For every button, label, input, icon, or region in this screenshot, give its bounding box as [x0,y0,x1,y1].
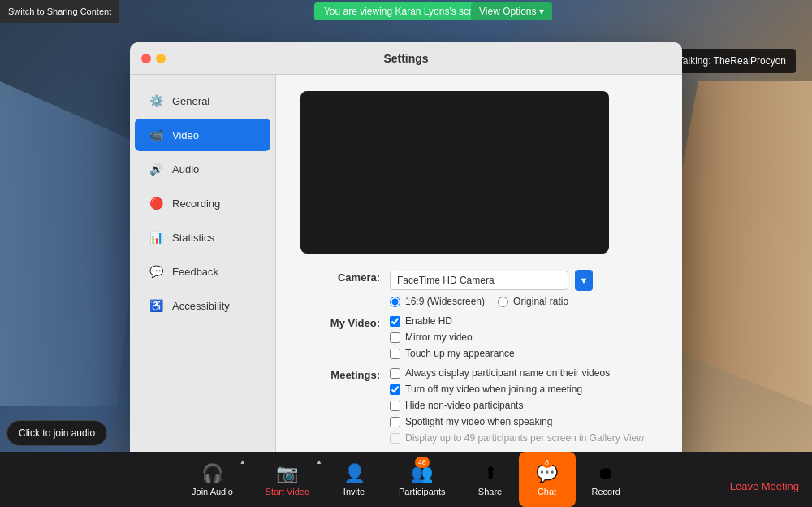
mirror-label: Mirror my video [405,332,473,343]
touch-up-row: Touch up my appearance [390,348,658,359]
start-video-icon: 📷 [276,462,299,485]
join-audio-caret: ▲ [240,458,246,466]
hide-non-video-row: Hide non-video participants [390,400,658,411]
video-preview [300,91,609,254]
start-video-wrapper[interactable]: ▲ 📷 Start Video [249,452,326,507]
participants-wrapper[interactable]: 46 👥 Participants [382,452,461,507]
toolbar: ▲ 🎧 Join Audio ▲ 📷 Start Video 👤 Invite … [0,452,812,507]
chat-wrapper[interactable]: 8 💬 Chat [519,452,576,507]
camera-controls: FaceTime HD Camera ▼ 16:9 (Widescreen) O… [390,270,658,307]
start-video-label: Start Video [266,487,309,496]
settings-sidebar: ⚙️ General 📹 Video 🔊 Audio 🔴 Recording 📊 [130,75,276,465]
gallery-view-checkbox [390,433,400,444]
my-video-controls: Enable HD Mirror my video Touch up my ap… [390,315,658,359]
display-name-label: Always display participant name on their… [405,367,610,379]
meetings-controls: Always display participant name on their… [390,367,658,444]
enable-hd-row: Enable HD [390,315,658,327]
touch-up-checkbox[interactable] [390,349,400,359]
meetings-label: Meetings: [300,367,390,381]
sidebar-item-video[interactable]: 📹 Video [135,119,270,151]
join-audio-icon: 🎧 [201,462,223,485]
modal-overlay: Settings ⚙️ General 📹 Video 🔊 Audio 🔴 [0,0,812,507]
chat-label: Chat [538,487,556,496]
share-wrapper[interactable]: ⬆ Share [462,452,519,507]
my-video-row: My Video: Enable HD Mirror my video T [300,315,658,359]
sidebar-item-statistics[interactable]: 📊 Statistics [135,221,270,254]
sidebar-item-feedback[interactable]: 💬 Feedback [135,255,270,288]
display-name-row: Always display participant name on their… [390,367,658,379]
accessibility-icon: ♿ [148,297,164,314]
hide-non-video-label: Hide non-video participants [405,400,523,411]
video-icon: 📹 [148,127,164,143]
start-video-caret: ▲ [316,458,322,466]
content-area: Camera: FaceTime HD Camera ▼ 16:9 (Wides… [276,75,682,465]
settings-modal: Settings ⚙️ General 📹 Video 🔊 Audio 🔴 [130,42,682,465]
sidebar-label-statistics: Statistics [172,232,214,244]
chat-badge: 8 [542,457,553,468]
sidebar-label-feedback: Feedback [172,266,218,278]
feedback-icon: 💬 [148,263,164,280]
enable-hd-checkbox[interactable] [390,316,400,327]
camera-select-arrow[interactable]: ▼ [575,270,593,291]
camera-select-row: FaceTime HD Camera ▼ [390,270,658,291]
ratio-widescreen-row: 16:9 (Widescreen) Original ratio [390,296,658,307]
join-audio-bubble[interactable]: Click to join audio [6,420,107,446]
sidebar-item-audio[interactable]: 🔊 Audio [135,153,270,185]
audio-icon: 🔊 [148,161,164,177]
modal-title: Settings [383,52,428,65]
statistics-icon: 📊 [148,229,164,245]
sidebar-label-accessibility: Accessibility [172,300,230,312]
sidebar-label-audio: Audio [172,163,199,176]
invite-icon: 👤 [343,462,365,485]
enable-hd-label: Enable HD [405,315,452,327]
close-button[interactable] [141,54,151,63]
participants-badge: 46 [415,457,430,468]
touch-up-label: Touch up my appearance [405,348,515,359]
sidebar-item-general[interactable]: ⚙️ General [135,84,270,117]
spotlight-checkbox[interactable] [390,417,400,427]
gallery-view-label: Display up to 49 participants per screen… [405,432,644,444]
display-name-checkbox[interactable] [390,368,400,379]
record-icon: ⏺ [594,462,617,485]
recording-icon: 🔴 [148,195,164,211]
minimize-button[interactable] [156,54,166,63]
camera-select[interactable]: FaceTime HD Camera [390,271,568,290]
modal-titlebar: Settings [130,42,682,75]
spotlight-label: Spotlight my video when speaking [405,416,552,427]
hide-non-video-checkbox[interactable] [390,401,400,411]
sidebar-label-recording: Recording [172,197,220,210]
share-label: Share [478,487,502,496]
join-audio-wrapper[interactable]: ▲ 🎧 Join Audio [175,452,249,507]
sidebar-label-video: Video [172,129,199,141]
ratio-widescreen-label: 16:9 (Widescreen) [405,296,485,307]
camera-label: Camera: [300,270,390,284]
modal-body: ⚙️ General 📹 Video 🔊 Audio 🔴 Recording 📊 [130,75,682,465]
ratio-widescreen-radio[interactable] [390,297,400,307]
record-wrapper[interactable]: ⏺ Record [576,452,637,507]
ratio-original-radio[interactable] [498,297,508,307]
invite-wrapper[interactable]: 👤 Invite [326,452,382,507]
general-icon: ⚙️ [148,93,164,109]
camera-row: Camera: FaceTime HD Camera ▼ 16:9 (Wides… [300,270,658,307]
participants-label: Participants [399,487,445,496]
join-audio-label: Join Audio [192,487,233,496]
spotlight-row: Spotlight my video when speaking [390,416,658,427]
mirror-row: Mirror my video [390,332,658,343]
ratio-original-label: Original ratio [513,296,568,307]
traffic-lights [141,54,166,63]
sidebar-label-general: General [172,95,209,107]
record-label: Record [592,487,620,496]
sidebar-item-recording[interactable]: 🔴 Recording [135,187,270,219]
leave-meeting-button[interactable]: Leave Meeting [730,480,799,492]
turn-off-video-row: Turn off my video when joining a meeting [390,384,658,395]
meetings-row: Meetings: Always display participant nam… [300,367,658,444]
mirror-checkbox[interactable] [390,332,400,343]
turn-off-video-label: Turn off my video when joining a meeting [405,384,582,395]
share-icon: ⬆ [479,462,502,485]
sidebar-item-accessibility[interactable]: ♿ Accessibility [135,289,270,322]
gallery-view-row: Display up to 49 participants per screen… [390,432,658,444]
my-video-label: My Video: [300,315,390,329]
turn-off-video-checkbox[interactable] [390,384,400,395]
invite-label: Invite [343,487,365,496]
